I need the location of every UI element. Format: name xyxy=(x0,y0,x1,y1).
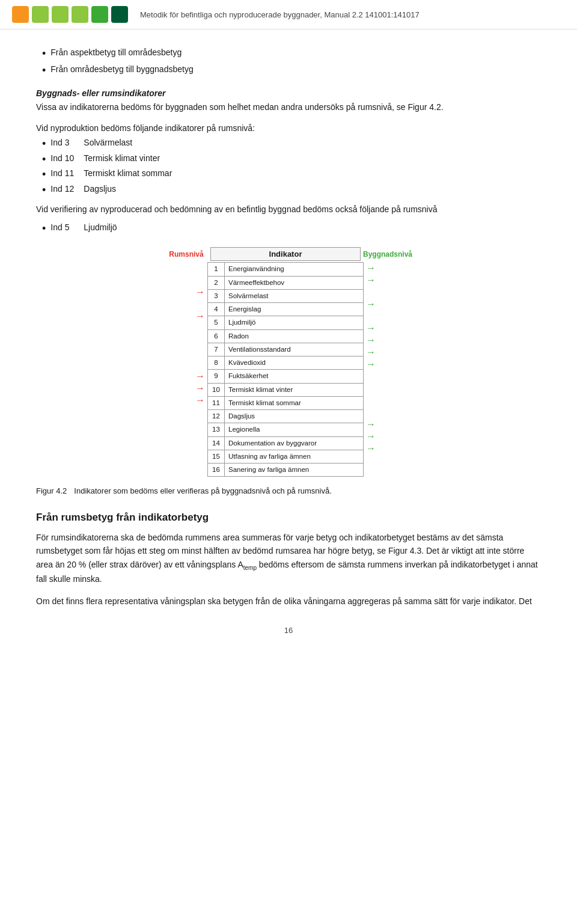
row-text-16: Sanering av farliga ämnen xyxy=(225,464,364,477)
ind-code-1: Ind 10 xyxy=(50,153,84,163)
right-arrow-2: → xyxy=(366,274,415,286)
row-text-11: Termiskt klimat sommar xyxy=(225,396,364,409)
left-arrow-16 xyxy=(162,442,205,454)
row-num-14: 14 xyxy=(208,436,225,450)
right-arrow-10 xyxy=(366,370,415,382)
right-arrows-col: → → → → → xyxy=(364,262,415,454)
row-num-15: 15 xyxy=(208,450,225,463)
row-text-14: Dokumentation av byggvaror xyxy=(225,436,364,450)
table-row: 6Radon xyxy=(208,329,364,343)
left-arrow-3: → xyxy=(162,286,205,298)
table-row: 12Dagsljus xyxy=(208,410,364,423)
rumsniva-label: Rumsnivå xyxy=(162,250,210,259)
section1-text1: Vissa av indikatorerna bedöms för byggna… xyxy=(36,102,444,112)
indicator-item-1: Ind 10 Termisk klimat vinter xyxy=(36,153,541,167)
header-title: Metodik för befintliga och nyproducerade… xyxy=(140,10,420,19)
table-row: 7Ventilationsstandard xyxy=(208,343,364,356)
section1-bold-italic: Byggnads- eller rumsindikatorer xyxy=(36,88,166,98)
right-arrow-13 xyxy=(366,406,415,418)
left-arrow-9 xyxy=(162,358,205,370)
logo xyxy=(12,6,128,23)
right-arrow-4: → xyxy=(366,298,415,310)
ind-desc-1: Termisk klimat vinter xyxy=(84,153,160,163)
row-num-8: 8 xyxy=(208,356,225,370)
right-arrow-3 xyxy=(366,286,415,298)
right-arrow-7: → xyxy=(366,334,415,346)
row-num-6: 6 xyxy=(208,329,225,343)
row-num-1: 1 xyxy=(208,263,225,276)
section1-text2: Vid nyproduktion bedöms följande indikat… xyxy=(36,123,541,133)
row-num-16: 16 xyxy=(208,464,225,477)
row-text-10: Termiskt klimat vinter xyxy=(225,383,364,396)
section1-intro: Byggnads- eller rumsindikatorer Vissa av… xyxy=(36,87,541,114)
indicator-item-2: Ind 11 Termiskt klimat sommar xyxy=(36,168,541,182)
row-text-5: Ljudmiljö xyxy=(225,316,364,329)
table-row: 4Energislag xyxy=(208,303,364,316)
row-num-3: 3 xyxy=(208,289,225,302)
row-text-6: Radon xyxy=(225,329,364,343)
row-num-7: 7 xyxy=(208,343,225,356)
left-arrow-13 xyxy=(162,406,205,418)
right-arrow-6: → xyxy=(366,322,415,334)
section2-para1: För rumsindikatorerna ska de bedömda rum… xyxy=(36,531,541,586)
figure-table-wrapper: → → → → → xyxy=(162,262,415,477)
left-arrows-col: → → → → → xyxy=(162,262,207,454)
subscript-temp: temp xyxy=(243,564,257,571)
table-row: 11Termiskt klimat sommar xyxy=(208,396,364,409)
figure-caption-text: Indikatorer som bedöms eller verifieras … xyxy=(74,485,332,497)
figure-header-row: Rumsnivå Indikator Byggnadsnivå xyxy=(162,247,415,261)
indikator-header: Indikator xyxy=(210,247,361,261)
left-arrow-14 xyxy=(162,418,205,430)
left-arrow-10: → xyxy=(162,370,205,382)
right-arrow-8: → xyxy=(366,346,415,358)
row-num-9: 9 xyxy=(208,370,225,383)
row-text-7: Ventilationsstandard xyxy=(225,343,364,356)
page-number: 16 xyxy=(36,626,541,635)
extra-ind-code: Ind 5 xyxy=(50,222,84,232)
right-arrow-5 xyxy=(366,310,415,322)
row-num-12: 12 xyxy=(208,410,225,423)
logo-square-5 xyxy=(91,6,108,23)
right-arrow-16: → xyxy=(366,442,415,454)
extra-ind-desc: Ljudmiljö xyxy=(84,222,117,232)
table-row: 10Termiskt klimat vinter xyxy=(208,383,364,396)
ind-desc-0: Solvärmelast xyxy=(84,138,132,147)
left-arrow-11: → xyxy=(162,382,205,394)
table-row: 14Dokumentation av byggvaror xyxy=(208,436,364,450)
row-text-8: Kvävedioxid xyxy=(225,356,364,370)
indicator-item-3: Ind 12 Dagsljus xyxy=(36,184,541,197)
left-arrow-8 xyxy=(162,346,205,358)
left-arrow-12: → xyxy=(162,394,205,406)
figure-box: Rumsnivå Indikator Byggnadsnivå → → xyxy=(162,247,415,477)
figure-container: Rumsnivå Indikator Byggnadsnivå → → xyxy=(36,247,541,477)
section2-para2: Om det finns flera representativa våning… xyxy=(36,595,541,608)
row-text-15: Utfasning av farliga ämnen xyxy=(225,450,364,463)
indicator-list: Ind 3 Solvärmelast Ind 10 Termisk klimat… xyxy=(36,138,541,197)
ind-code-2: Ind 11 xyxy=(50,168,84,178)
right-arrow-1: → xyxy=(366,262,415,274)
verifiering-text: Vid verifiering av nyproducerad och bedö… xyxy=(36,203,541,216)
right-arrow-15: → xyxy=(366,430,415,442)
right-arrow-9: → xyxy=(366,358,415,370)
logo-square-3 xyxy=(52,6,69,23)
left-arrow-5: → xyxy=(162,310,205,322)
row-num-2: 2 xyxy=(208,276,225,289)
row-num-5: 5 xyxy=(208,316,225,329)
logo-square-1 xyxy=(12,6,29,23)
table-row: 5Ljudmiljö xyxy=(208,316,364,329)
row-num-10: 10 xyxy=(208,383,225,396)
right-arrow-12 xyxy=(366,394,415,406)
row-text-4: Energislag xyxy=(225,303,364,316)
table-row: 1Energianvändning xyxy=(208,263,364,276)
indicator-table: 1Energianvändning2Värmeeffektbehov3Solvä… xyxy=(207,262,364,477)
bullet-item-2: Från områdesbetyg till byggnadsbetyg xyxy=(36,64,541,78)
bullet-item-1: Från aspektbetyg till områdesbetyg xyxy=(36,47,541,61)
logo-square-2 xyxy=(32,6,49,23)
row-text-13: Legionella xyxy=(225,423,364,436)
ind-code-3: Ind 12 xyxy=(50,184,84,194)
main-content: Från aspektbetyg till områdesbetyg Från … xyxy=(0,29,577,659)
right-arrow-14: → xyxy=(366,418,415,430)
left-arrow-2 xyxy=(162,274,205,286)
row-num-13: 13 xyxy=(208,423,225,436)
left-arrow-7 xyxy=(162,334,205,346)
